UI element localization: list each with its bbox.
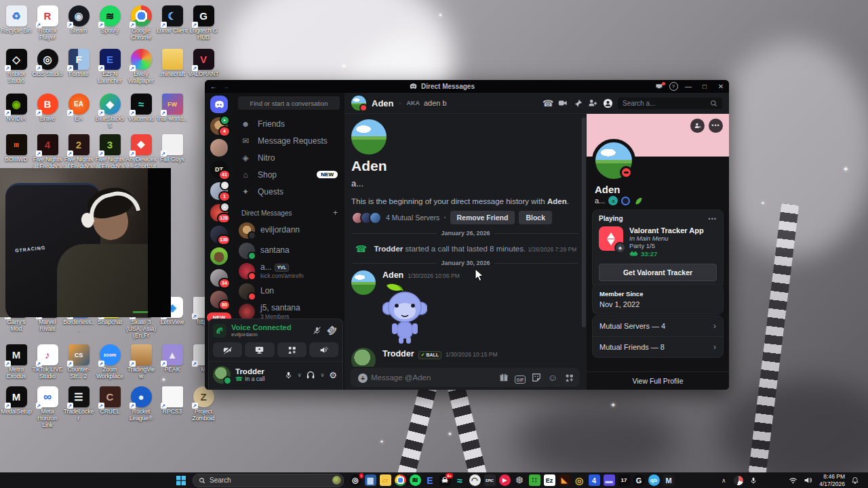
view-full-profile-button[interactable]: View Full Profile [587,371,729,390]
taskbar-app-icon[interactable]: EPIC [482,473,497,488]
message-author[interactable]: Trodder [382,349,414,359]
desktop-icon[interactable]: CS↗ Counter-Str... 2 [63,344,94,380]
soundboard-button[interactable] [309,342,338,357]
desktop-icon[interactable]: ◎↗ OBS Studio [32,49,63,85]
server-icon[interactable]: ▸ 130 [210,226,228,243]
desktop-icon[interactable]: C↗ CRUEL [94,386,125,428]
desktop-icon[interactable]: ◉↗ NVIDIA [1,94,32,129]
tray-obs-icon[interactable] [731,473,746,488]
mic-icon[interactable] [284,371,293,380]
emoji-icon[interactable]: ☺ [545,372,561,383]
desktop-icon[interactable]: E↗ EZFN Launcher [94,49,125,85]
sidebar-nav-item[interactable]: ⌂ Shop NEW [233,166,344,183]
server-icon[interactable]: ▸ 34 [210,269,228,287]
taskbar-app-icon[interactable]: ▬ [601,473,616,488]
server-icon[interactable]: ▸ 128 [210,204,228,222]
conversation-search[interactable]: Find or start a conversation [238,96,340,110]
desktop-icon[interactable]: ↗ .minecraft [157,49,188,85]
call-author[interactable]: Trodder [374,245,403,253]
taskbar-app-icon[interactable]: 17 [616,473,631,488]
volume-icon[interactable] [800,473,815,488]
desktop-icon[interactable]: F↗ Fortnite [63,49,94,85]
dm-list-item[interactable]: santana [233,241,344,261]
desktop-icon[interactable]: ↗ TradingView [125,344,157,380]
desktop-icon[interactable]: ☾↗ Lunar Client [157,5,188,41]
taskbar-app-icon[interactable]: ◎ • [348,473,363,488]
profile-toggle-icon[interactable] [600,98,615,108]
taskbar-app-icon[interactable]: ≈ [452,473,467,488]
wifi-icon[interactable] [785,473,800,488]
server-icon[interactable]: ▸ 4 [210,117,228,135]
desktop-icon[interactable]: Z↗ Project Zomboid [188,386,219,428]
report-user-icon[interactable] [690,119,705,133]
inbox-icon[interactable] [652,83,667,91]
attach-plus-icon[interactable]: + [355,371,371,384]
minimize-button[interactable]: — [680,83,696,90]
desktop-icon[interactable]: ↗ Google Chrome [125,5,157,41]
desktop-icon[interactable]: ♪↗ TikTok LIVE Studio [32,344,63,380]
disconnect-call-icon[interactable]: ☎ [324,323,339,338]
search-highlight-image[interactable] [332,476,341,485]
desktop-icon[interactable]: ◇↗ Roblox Studio [1,49,32,85]
sticker[interactable] [382,283,460,345]
profile-avatar[interactable] [592,139,635,182]
desktop-icon[interactable]: FW↗ fnaf-world... [157,94,188,129]
dm-list-item[interactable]: eviljordann [233,220,344,241]
desktop-icon[interactable]: ▲↗ PEAK [157,344,188,380]
server-icon[interactable]: ▸ 1 [210,182,228,200]
create-dm-icon[interactable]: + [333,208,338,218]
deafen-chevron-icon[interactable]: ∨ [320,372,324,378]
mutual-servers-link[interactable]: 4 Mutual Servers [386,214,439,222]
desktop-icon[interactable]: M↗ Metro Exodus [1,344,32,380]
mutual-servers-row[interactable]: Mutual Servers — 4› [593,316,723,337]
activity-more-icon[interactable]: ••• [709,216,717,222]
sidebar-nav-item[interactable]: ✦ Quests [233,183,344,200]
profile-badge-icon[interactable] [621,197,630,205]
chat-scrollbar[interactable] [582,117,586,327]
taskbar-app-icon[interactable]: ☠ 9+ [437,473,452,488]
dm-list-item[interactable]: a...YVL kick.com/amirefn [233,261,344,281]
desktop-icon[interactable]: ∞↗ Meta Horizon Link [32,386,63,428]
mic-chevron-icon[interactable]: ∨ [298,372,302,378]
message-avatar[interactable] [351,270,376,295]
maximize-button[interactable]: □ [696,83,713,90]
pin-icon[interactable] [570,99,585,108]
tray-mic-icon[interactable] [746,473,761,488]
desktop-icon[interactable]: B↗ Brave [32,94,63,129]
activities-button[interactable] [277,342,307,357]
chat-search-input[interactable]: Search a... [618,98,722,109]
profile-badge-icon[interactable] [633,196,643,205]
close-button[interactable]: ✕ [713,83,729,90]
profile-badge-icon[interactable]: a [608,196,618,205]
gift-icon[interactable] [496,373,512,382]
profile-more-icon[interactable]: ••• [709,119,723,133]
get-valorant-tracker-button[interactable]: Get Valorant Tracker [599,264,717,281]
desktop-icon[interactable]: EA↗ EA [63,94,94,129]
desktop-icon[interactable]: ◆↗ BlueStacks 5 [94,94,125,129]
apps-icon[interactable] [561,373,577,382]
taskbar-app-icon[interactable]: ▶ [497,473,512,488]
chat-username[interactable]: Aden [372,98,394,108]
taskbar-clock[interactable]: 8:46 PM 4/17/2026 [819,473,845,487]
notifications-bell-icon[interactable] [848,473,863,488]
tray-chevron-icon[interactable]: ∧ [716,473,731,488]
desktop-icon[interactable]: ≋↗ Spotify [94,5,125,41]
desktop-icon[interactable]: ↗ RPCS3 [157,386,188,428]
taskbar-app-icon[interactable]: ◣ [557,473,572,488]
desktop-icon[interactable]: zoom↗ Zoom Workplace [94,344,125,380]
taskbar-app-icon[interactable]: ◎ [572,473,587,488]
taskbar-app-icon[interactable]: qb [646,473,661,488]
taskbar-app-icon[interactable]: Ez [542,473,557,488]
message-author[interactable]: Aden [382,270,403,280]
mutual-friends-row[interactable]: Mutual Friends — 8› [593,337,723,357]
taskbar-app-icon[interactable]: ∷ [527,473,542,488]
taskbar-app-icon[interactable]: E [422,473,437,488]
taskbar-app-icon[interactable]: ≋ [408,473,422,488]
taskbar-app-icon[interactable]: 4 [587,473,601,488]
gif-icon[interactable]: GIF [512,371,528,384]
sidebar-nav-item[interactable]: ☻ Friends [233,115,344,132]
desktop-icon[interactable]: V↗ VALORANT [188,49,219,85]
taskbar-app-icon[interactable]: G [631,473,646,488]
taskbar-app-icon[interactable]: ▱ [378,473,393,488]
server-icon[interactable]: DT ▸ 41 [210,161,228,178]
